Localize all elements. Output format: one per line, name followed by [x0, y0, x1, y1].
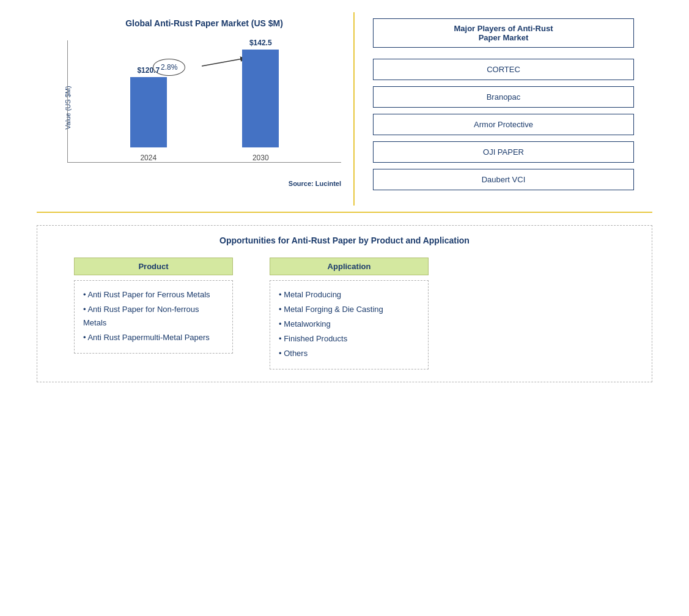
- source-text: Source: Lucintel: [67, 180, 341, 187]
- player-item-0: CORTEC: [373, 59, 634, 80]
- player-item-4: Daubert VCI: [373, 169, 634, 190]
- opportunities-section: Opportunities for Anti-Rust Paper by Pro…: [37, 225, 652, 382]
- players-list: CORTEC Branopac Armor Protective OJI PAP…: [373, 59, 634, 190]
- chart-inner: Value (US $M) 2.8%: [67, 40, 341, 175]
- opp-columns: Product • Anti Rust Paper for Ferrous Me…: [50, 258, 639, 369]
- app-item-3: • Finished Products: [279, 332, 419, 346]
- bar-value-2030: $142.5: [249, 39, 272, 47]
- player-item-2: Armor Protective: [373, 114, 634, 135]
- players-title: Major Players of Anti-RustPaper Market: [454, 24, 553, 42]
- players-title-box: Major Players of Anti-RustPaper Market: [373, 18, 634, 48]
- player-item-1: Branopac: [373, 86, 634, 108]
- product-item-0: • Anti Rust Paper for Ferrous Metals: [83, 288, 224, 302]
- bar-2030: [242, 50, 279, 147]
- bar-label-2024: 2024: [140, 154, 157, 162]
- players-area: Major Players of Anti-RustPaper Market C…: [355, 12, 652, 206]
- player-item-3: OJI PAPER: [373, 141, 634, 163]
- product-item-2: • Anti Rust Papermulti-Metal Papers: [83, 331, 224, 344]
- app-item-2: • Metalworking: [279, 317, 419, 331]
- chart-area: Global Anti-Rust Paper Market (US $M) Va…: [37, 12, 355, 206]
- app-item-4: • Others: [279, 347, 419, 360]
- application-column: Application • Metal Producing • Metal Fo…: [270, 258, 429, 369]
- main-container: Global Anti-Rust Paper Market (US $M) Va…: [0, 0, 689, 395]
- product-header: Product: [74, 258, 233, 275]
- app-item-1: • Metal Forging & Die Casting: [279, 303, 419, 316]
- product-content: • Anti Rust Paper for Ferrous Metals • A…: [74, 280, 233, 354]
- top-section: Global Anti-Rust Paper Market (US $M) Va…: [37, 12, 652, 213]
- bars-container: $120.7 2024 $142.5 2030: [67, 40, 341, 163]
- bar-group-2024: $120.7 2024: [130, 66, 167, 162]
- opportunities-title: Opportunities for Anti-Rust Paper by Pro…: [50, 236, 639, 245]
- bar-value-2024: $120.7: [137, 66, 160, 75]
- product-item-1: • Anti Rust Paper for Non-ferrous Metals: [83, 303, 224, 330]
- app-item-0: • Metal Producing: [279, 288, 419, 302]
- product-column: Product • Anti Rust Paper for Ferrous Me…: [74, 258, 233, 369]
- bar-group-2030: $142.5 2030: [242, 39, 279, 162]
- bar-label-2030: 2030: [252, 154, 269, 162]
- application-header: Application: [270, 258, 429, 275]
- application-content: • Metal Producing • Metal Forging & Die …: [270, 280, 429, 369]
- bar-2024: [130, 77, 167, 147]
- chart-title: Global Anti-Rust Paper Market (US $M): [67, 18, 341, 28]
